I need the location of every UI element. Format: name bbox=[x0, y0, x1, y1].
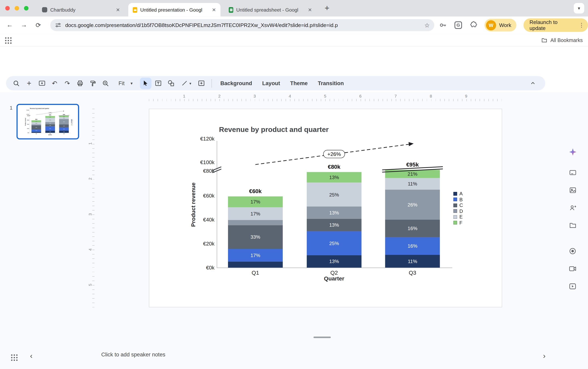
all-bookmarks-label: All Bookmarks bbox=[550, 37, 583, 43]
g-extension-icon[interactable]: G bbox=[455, 21, 462, 29]
total-label-q3: €95k bbox=[385, 161, 440, 167]
insert-line-icon[interactable]: ▾ bbox=[178, 77, 195, 89]
play-icon[interactable] bbox=[566, 280, 579, 293]
close-tab-icon[interactable]: ✕ bbox=[115, 7, 121, 13]
tab-presentation[interactable]: Untitled presentation - Googl ✕ bbox=[128, 3, 220, 17]
gemini-panel-icon[interactable] bbox=[566, 145, 579, 158]
close-window-icon[interactable] bbox=[5, 6, 10, 10]
grid-view-icon[interactable] bbox=[10, 354, 18, 361]
redo-icon[interactable]: ↷ bbox=[62, 77, 73, 89]
vruler-number: 1 bbox=[88, 143, 92, 145]
segment-label: 13% bbox=[329, 210, 339, 215]
forward-icon[interactable]: → bbox=[20, 20, 29, 30]
reload-icon[interactable]: ⟳ bbox=[34, 20, 43, 30]
notes-resize-handle[interactable] bbox=[314, 337, 331, 338]
vruler-number: 4 bbox=[88, 248, 92, 251]
legend-item-c: C bbox=[453, 203, 463, 208]
zoom-fit-dropdown[interactable]: Fit ▾ bbox=[115, 80, 136, 86]
segment-label: 33% bbox=[250, 234, 260, 240]
slide-canvas[interactable]: Revenue by product and quarterProduct re… bbox=[149, 109, 502, 308]
segment-label: 33% bbox=[35, 127, 37, 128]
legend-label: D bbox=[459, 208, 463, 214]
tab-chartbuddy[interactable]: Chartbuddy ✕ bbox=[38, 3, 125, 17]
password-key-icon[interactable] bbox=[439, 21, 447, 29]
collapse-toolbar-icon[interactable] bbox=[527, 77, 538, 89]
transition-button[interactable]: Transition bbox=[313, 80, 348, 86]
insert-shape-icon[interactable] bbox=[165, 77, 177, 89]
bar-q2: 13%25%13%13%25%13% bbox=[45, 116, 55, 133]
cards-panel-icon[interactable] bbox=[566, 166, 579, 179]
record-icon[interactable] bbox=[566, 245, 579, 257]
segment-q2-e: 25% bbox=[307, 183, 362, 206]
segment-q2-b: 25% bbox=[45, 126, 55, 131]
all-bookmarks[interactable]: All Bookmarks bbox=[541, 36, 583, 44]
site-info-icon[interactable] bbox=[55, 22, 62, 29]
segment-label: 17% bbox=[35, 123, 37, 124]
legend-swatch bbox=[71, 123, 72, 124]
select-tool-icon[interactable] bbox=[140, 77, 151, 89]
new-slide-plus-icon[interactable]: + bbox=[23, 77, 35, 89]
collapse-filmstrip-icon[interactable]: ‹ bbox=[30, 352, 33, 360]
relaunch-button[interactable]: Relaunch to update ⋮ bbox=[524, 18, 588, 32]
category-label-q3: Q3 bbox=[59, 133, 69, 134]
new-tab-button[interactable]: + bbox=[322, 3, 332, 14]
segment-label: 11% bbox=[63, 131, 65, 132]
segment-label: 25% bbox=[329, 192, 339, 197]
close-tab-icon[interactable]: ✕ bbox=[307, 7, 313, 13]
segment-label: 13% bbox=[49, 131, 51, 132]
slides-favicon bbox=[133, 7, 137, 13]
paint-format-icon[interactable] bbox=[87, 77, 99, 89]
background-button[interactable]: Background bbox=[216, 80, 257, 86]
browser-window: Chartbuddy ✕ Untitled presentation - Goo… bbox=[0, 0, 588, 369]
x-axis bbox=[217, 268, 452, 268]
add-person-icon[interactable] bbox=[566, 201, 579, 214]
tab-spreadsheet[interactable]: Untitled spreadsheet - Googl ✕ bbox=[224, 3, 316, 17]
slide-thumbnail[interactable]: Revenue by product and quarterProduct re… bbox=[17, 104, 79, 139]
apps-grid-icon[interactable] bbox=[5, 37, 12, 44]
bookmark-star-icon[interactable]: ☆ bbox=[424, 21, 430, 29]
segment-q3-c: 16% bbox=[59, 124, 69, 128]
image-panel-icon[interactable] bbox=[566, 184, 579, 196]
expand-side-panel-icon[interactable]: › bbox=[543, 352, 546, 360]
y-tick-label: €40k bbox=[24, 124, 29, 125]
legend-swatch bbox=[71, 124, 72, 125]
tab-search-icon[interactable]: ▾ bbox=[574, 3, 584, 14]
print-icon[interactable] bbox=[74, 77, 86, 89]
segment-label: 25% bbox=[49, 128, 51, 129]
undo-icon[interactable]: ↶ bbox=[49, 77, 60, 89]
text-box-icon[interactable] bbox=[152, 77, 164, 89]
segment-q1-c: 33% bbox=[228, 225, 283, 249]
x-axis-title: Quarter bbox=[48, 134, 52, 135]
theme-button[interactable]: Theme bbox=[286, 80, 312, 86]
segment-q3-b: 16% bbox=[59, 128, 69, 131]
vruler-number: 3 bbox=[88, 213, 92, 215]
minimize-window-icon[interactable] bbox=[15, 6, 19, 10]
segment-q2-b: 25% bbox=[307, 231, 362, 255]
speaker-notes-placeholder[interactable]: Click to add speaker notes bbox=[101, 352, 165, 358]
layout-button[interactable]: Layout bbox=[258, 80, 285, 86]
extensions-puzzle-icon[interactable] bbox=[469, 21, 477, 29]
segment-label: 21% bbox=[408, 171, 417, 177]
insert-placeholder-icon[interactable] bbox=[196, 77, 207, 89]
segment-q2-a: 13% bbox=[45, 131, 55, 133]
hruler-number: 7 bbox=[394, 94, 397, 98]
close-tab-icon[interactable]: ✕ bbox=[211, 7, 217, 13]
legend-label: E bbox=[459, 214, 462, 220]
maximize-window-icon[interactable] bbox=[24, 6, 29, 10]
address-bar[interactable]: docs.google.com/presentation/d/1b5f7OB8t… bbox=[50, 19, 434, 31]
segment-label: 11% bbox=[63, 118, 65, 119]
bar-q1: 17%33%17%17% bbox=[32, 120, 41, 133]
segment-q2-d: 13% bbox=[45, 122, 55, 124]
search-menus-icon[interactable] bbox=[10, 77, 22, 89]
camera-icon[interactable] bbox=[566, 262, 579, 275]
new-slide-layout-icon[interactable] bbox=[36, 77, 48, 89]
zoom-icon[interactable] bbox=[100, 77, 111, 89]
profile-chip[interactable]: W Work bbox=[485, 19, 517, 31]
folder-icon[interactable] bbox=[566, 219, 579, 232]
legend-swatch bbox=[453, 197, 457, 201]
legend-swatch bbox=[453, 203, 457, 207]
hruler-number: 1 bbox=[183, 94, 185, 98]
segment-q1-b: 17% bbox=[32, 130, 41, 132]
chrome-menu-icon[interactable]: ⋮ bbox=[579, 22, 584, 29]
back-icon[interactable]: ← bbox=[5, 20, 14, 30]
